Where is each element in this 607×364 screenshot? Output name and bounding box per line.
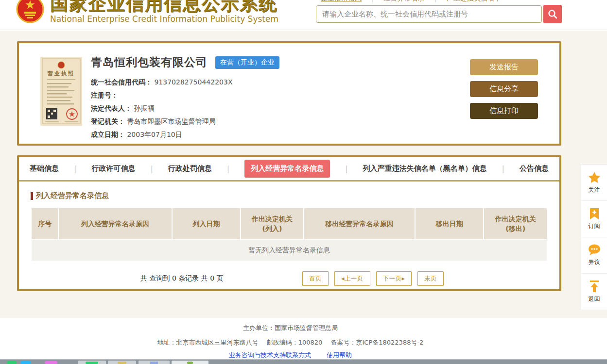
footer-address-line: 地址：北京市西城区三里河东路八号 邮政编码：100820 备案号：京ICP备18… — [0, 338, 581, 347]
field-registration-authority: 登记机关： 青岛市即墨区市场监督管理局 — [91, 115, 279, 128]
company-name: 青岛恒利包装有限公司 — [91, 55, 208, 70]
site-header: 国家企业信用信息公示系统 National Enterprise Credit … — [0, 0, 607, 30]
svg-text:营业执照: 营业执照 — [47, 70, 75, 77]
record-count-summary: 共 查询到 0 条记录 共 0 页 — [140, 274, 224, 283]
search-icon — [547, 9, 558, 19]
back-top-icon — [589, 280, 600, 293]
search-button[interactable] — [543, 5, 562, 23]
brand-text: 国家企业信用信息公示系统 National Enterprise Credit … — [50, 0, 278, 24]
abnormal-list-table: 序号 列入经营异常名录原因 列入日期 作出决定机关(列入) 移出经营异常名录原因 — [31, 207, 548, 262]
taskbar-icon[interactable] — [7, 361, 17, 364]
footer-links: 业务咨询与技术支持联系方式 使用帮助 — [0, 351, 581, 360]
status-badge: 在营（开业）企业 — [215, 56, 279, 69]
col-remove-authority: 作出决定机关(移出) — [484, 208, 547, 240]
sidebar-item-objection[interactable]: 异议 — [581, 237, 607, 274]
taskbar-window-button[interactable] — [108, 361, 136, 364]
section-title: 列入经营异常名录信息 — [31, 191, 559, 200]
section-title-bar — [31, 192, 33, 200]
taskbar-window-button[interactable] — [78, 361, 106, 364]
col-remove-date: 移出日期 — [415, 208, 484, 240]
taskbar-icon[interactable] — [20, 361, 31, 364]
tab-bar: 基础信息 | 行政许可信息 | 行政处罚信息 | 列入经营异常名录信息 | 列入… — [19, 157, 559, 182]
support-contact-link[interactable]: 业务咨询与技术支持联系方式 — [229, 351, 311, 359]
tab-divider: | — [227, 164, 229, 173]
col-remove-reason: 移出经营异常名录原因 — [304, 208, 415, 240]
page: 国家企业信用信息公示系统 National Enterprise Credit … — [0, 0, 607, 364]
search-bar — [316, 5, 562, 23]
tab-admin-license[interactable]: 行政许可信息 — [91, 164, 135, 173]
site-title-cn: 国家企业信用信息公示系统 — [50, 0, 278, 13]
pagination-row: 共 查询到 0 条记录 共 0 页 首页 ◂上一页 下一页▸ 末页 — [19, 269, 559, 289]
os-taskbar-sliver — [0, 359, 607, 364]
subscribe-icon — [589, 208, 600, 220]
taskbar-window-button[interactable] — [139, 361, 170, 364]
table-header-row: 序号 列入经营异常名录原因 列入日期 作出决定机关(列入) 移出经营异常名录原因 — [31, 208, 547, 240]
last-page-button[interactable]: 末页 — [417, 271, 444, 286]
nav-divider: | — [434, 0, 437, 2]
site-brand: 国家企业信用信息公示系统 National Enterprise Credit … — [16, 0, 278, 24]
col-list-authority: 作出决定机关(列入) — [241, 208, 304, 240]
nav-divider: | — [371, 0, 374, 2]
taskbar-icon[interactable] — [45, 361, 57, 364]
share-info-button[interactable]: 信息分享 — [470, 81, 538, 97]
star-icon — [588, 171, 601, 183]
nav-link-abnormal-list[interactable]: 经营异常名录 — [384, 0, 425, 2]
field-credit-code: 统一社会信用代码： 91370282750442203X — [91, 76, 279, 89]
col-list-date: 列入日期 — [172, 208, 241, 240]
company-info: 青岛恒利包装有限公司 在营（开业）企业 统一社会信用代码： 9137028275… — [91, 55, 279, 141]
sidebar-item-subscribe[interactable]: 订阅 — [581, 201, 607, 237]
tab-admin-penalty[interactable]: 行政处罚信息 — [168, 164, 212, 173]
search-input[interactable] — [316, 5, 542, 23]
national-emblem-logo — [16, 0, 44, 24]
prev-page-button[interactable]: ◂上一页 — [334, 271, 370, 286]
next-page-button[interactable]: 下一页▸ — [376, 271, 412, 286]
first-page-button[interactable]: 首页 — [302, 271, 329, 286]
tab-divider: | — [502, 164, 504, 173]
empty-state-text: 暂无列入经营异常名录信息 — [31, 240, 547, 261]
tab-announcement[interactable]: 公告信息 — [520, 164, 549, 173]
company-summary-card: 营业执照 青岛恒利包装有限公司 在营（开业）企业 — [17, 41, 561, 146]
sidebar-item-back-top[interactable]: 返回 — [581, 274, 607, 310]
site-title-en: National Enterprise Credit Information P… — [50, 14, 278, 24]
empty-state-row: 暂无列入经营异常名录信息 — [31, 240, 547, 261]
col-seq: 序号 — [31, 208, 58, 240]
send-report-button[interactable]: 发送报告 — [470, 59, 538, 75]
nav-link-blacklist[interactable]: 严重违法失信名单 — [447, 0, 501, 2]
business-license-image: 营业执照 — [40, 57, 82, 126]
detail-card: 基础信息 | 行政许可信息 | 行政处罚信息 | 列入经营异常名录信息 | 列入… — [17, 155, 561, 291]
field-registration-no: 注册号： — [91, 89, 279, 102]
tab-divider: | — [150, 164, 153, 173]
sidebar-item-follow[interactable]: 关注 — [581, 165, 607, 201]
pagination-buttons: 首页 ◂上一页 下一页▸ 末页 — [302, 271, 444, 286]
footer-host-line: 主办单位：国家市场监督管理总局 — [0, 324, 581, 332]
nav-link-enterprise-credit[interactable]: 企业信用信息 — [321, 0, 362, 2]
tab-blacklist[interactable]: 列入严重违法失信名单（黑名单）信息 — [363, 164, 487, 173]
tab-divider: | — [74, 164, 76, 173]
col-list-reason: 列入经营异常名录原因 — [58, 208, 172, 240]
print-info-button[interactable]: 信息打印 — [470, 103, 538, 119]
top-nav: 企业信用信息 | 经营异常名录 | 严重违法失信名单 — [321, 0, 501, 4]
tab-divider: | — [345, 164, 347, 173]
field-legal-representative: 法定代表人： 孙振福 — [91, 102, 279, 115]
comment-icon — [588, 244, 601, 256]
floating-sidebar: 关注 订阅 异议 返回 — [581, 164, 607, 310]
site-footer: 主办单位：国家市场监督管理总局 地址：北京市西城区三里河东路八号 邮政编码：10… — [0, 318, 581, 359]
field-establish-date: 成立日期： 2003年07月10日 — [91, 128, 279, 141]
tab-basic-info[interactable]: 基础信息 — [30, 164, 59, 173]
taskbar-window-button[interactable] — [172, 361, 208, 364]
company-fields: 统一社会信用代码： 91370282750442203X 注册号： 法定代表人：… — [91, 76, 279, 141]
help-link[interactable]: 使用帮助 — [327, 351, 352, 359]
company-actions: 发送报告 信息分享 信息打印 — [470, 59, 538, 125]
tab-abnormal-list[interactable]: 列入经营异常名录信息 — [244, 160, 330, 178]
